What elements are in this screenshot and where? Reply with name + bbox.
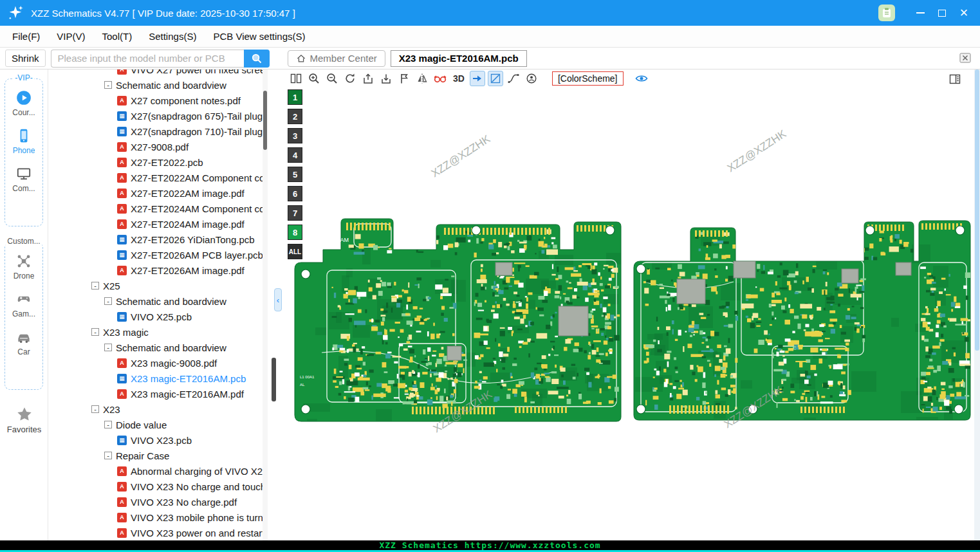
collapse-minus-icon[interactable]: - bbox=[91, 328, 99, 336]
layer-button-3[interactable]: 3 bbox=[288, 128, 302, 143]
flag-icon[interactable] bbox=[396, 71, 412, 86]
maximize-button[interactable] bbox=[931, 4, 953, 22]
collapse-minus-icon[interactable]: - bbox=[104, 344, 112, 351]
layer-button-6[interactable]: 6 bbox=[288, 186, 302, 201]
tree-item[interactable]: AX27-ET2022AM Component cor bbox=[49, 170, 263, 185]
tree-folder[interactable]: -Diode value bbox=[49, 417, 263, 432]
close-button[interactable]: × bbox=[953, 4, 975, 22]
minimize-button[interactable] bbox=[909, 4, 931, 22]
tree-item[interactable]: ▦X27-ET2026AM PCB layer.pcb bbox=[49, 247, 263, 262]
3d-view-button[interactable]: 3D bbox=[450, 73, 467, 84]
collapse-minus-icon[interactable]: - bbox=[104, 81, 112, 89]
mirror-flip-icon[interactable] bbox=[414, 71, 430, 86]
viewer-scrollbar[interactable] bbox=[974, 69, 980, 540]
sidebar-item-label: Cour... bbox=[12, 108, 35, 117]
tree-item[interactable]: AX27 component notes.pdf bbox=[49, 93, 263, 108]
sidebar-item-car[interactable]: Car bbox=[5, 329, 42, 356]
member-center-button[interactable]: Member Center bbox=[288, 50, 385, 67]
eye-icon[interactable] bbox=[634, 71, 649, 86]
vip-section: -VIP- Cour... Phone Com... bbox=[5, 78, 43, 226]
tree-folder[interactable]: -X25 bbox=[49, 278, 263, 293]
tab-active-pcb[interactable]: X23 magic-ET2016AM.pcb bbox=[391, 50, 527, 67]
splitter-scrollbar-thumb[interactable] bbox=[272, 358, 276, 401]
menu-item[interactable]: PCB View settings(S) bbox=[205, 27, 313, 46]
search-button[interactable] bbox=[244, 50, 270, 68]
sidebar-item-computer[interactable]: Com... bbox=[5, 165, 42, 193]
flip-side-icon[interactable] bbox=[432, 71, 448, 86]
tree-item[interactable]: AVIVO X27 power on fixed screen bbox=[49, 69, 263, 77]
diagonal-measure-icon[interactable] bbox=[488, 71, 503, 86]
layer-button-7[interactable]: 7 bbox=[288, 205, 302, 221]
clipboard-icon[interactable] bbox=[878, 5, 895, 21]
tree-folder[interactable]: -Schematic and boardview bbox=[49, 340, 263, 355]
sidebar-item-course[interactable]: Cour... bbox=[5, 89, 42, 117]
tree-item[interactable]: ▦X27-ET2026 YiDianTong.pcb bbox=[49, 232, 263, 247]
tree-item-label: X27-ET2026AM PCB layer.pcb bbox=[131, 250, 263, 261]
zoom-out-icon[interactable] bbox=[324, 71, 340, 86]
layer-button-4[interactable]: 4 bbox=[288, 147, 302, 163]
layer-button-5[interactable]: 5 bbox=[288, 167, 302, 182]
computer-icon bbox=[15, 165, 32, 182]
layer-button-8[interactable]: 8 bbox=[288, 225, 302, 240]
tree-folder[interactable]: -X23 magic bbox=[49, 324, 263, 340]
shrink-button[interactable]: Shrink bbox=[5, 50, 46, 67]
sidebar-item-drone[interactable]: Drone bbox=[5, 253, 42, 281]
collapse-minus-icon[interactable]: - bbox=[104, 452, 112, 459]
tree-item[interactable]: AVIVO X23 mobile phone is turne bbox=[49, 510, 263, 525]
sidebar-item-favorites[interactable]: Favorites bbox=[0, 405, 48, 434]
tree-item[interactable]: AX27-ET2022.pcb bbox=[49, 154, 263, 170]
collapse-tree-chevron[interactable]: ‹ bbox=[274, 288, 282, 311]
tree-folder[interactable]: -Schematic and boardview bbox=[49, 77, 263, 93]
export-board-icon[interactable] bbox=[360, 71, 376, 86]
tree-folder[interactable]: -Schematic and boardview bbox=[49, 293, 263, 309]
tree-item[interactable]: AX27-ET2024AM Component cor bbox=[49, 201, 263, 216]
tree-item[interactable]: ▦VIVO X25.pcb bbox=[49, 309, 263, 324]
layer-button-2[interactable]: 2 bbox=[288, 109, 302, 124]
search-input[interactable] bbox=[51, 50, 244, 68]
panel-splitter[interactable]: ‹ bbox=[268, 69, 283, 540]
tree-item[interactable]: AAbnormal charging of VIVO X23 bbox=[49, 463, 263, 479]
collapse-minus-icon[interactable]: - bbox=[91, 282, 99, 290]
tree-folder[interactable]: -X23 bbox=[49, 401, 263, 417]
viewer-scrollbar-thumb[interactable] bbox=[975, 69, 979, 351]
tree-item[interactable]: ▦VIVO X23.pcb bbox=[49, 432, 263, 448]
tree-item[interactable]: AX27-ET2022AM image.pdf bbox=[49, 185, 263, 201]
pcb-board-canvas[interactable]: ET2016AML1 00A1ALXZZ@XZZHKXZZ@XZZHKXZZ@X… bbox=[283, 69, 974, 540]
pcb-viewer: ET2016AML1 00A1ALXZZ@XZZHKXZZ@XZZHKXZZ@X… bbox=[283, 69, 974, 540]
close-tab-icon[interactable] bbox=[959, 53, 971, 66]
layer-button-all[interactable]: ALL bbox=[288, 244, 302, 259]
tree-item[interactable]: AX23 magic-ET2016AM.pdf bbox=[49, 386, 263, 401]
tree-item[interactable]: AX27-ET2024AM image.pdf bbox=[49, 216, 263, 232]
tree-item[interactable]: AVIVO X23 power on and restart bbox=[49, 525, 263, 540]
menu-item[interactable]: File(F) bbox=[4, 27, 48, 46]
tree-item[interactable]: ▦X27(snapdragon 675)-Tail plug bbox=[49, 108, 263, 124]
sidebar-item-phone[interactable]: Phone bbox=[5, 127, 42, 155]
tree-item[interactable]: AX23 magic-9008.pdf bbox=[49, 355, 263, 371]
tree-scrollbar[interactable] bbox=[263, 69, 268, 540]
import-board-icon[interactable] bbox=[378, 71, 394, 86]
tree-item[interactable]: AVIVO X23 No charge and touch bbox=[49, 479, 263, 494]
menu-item[interactable]: Settings(S) bbox=[140, 27, 205, 46]
user-circle-icon[interactable] bbox=[524, 71, 539, 86]
tree-item[interactable]: ▦X27(snapdragon 710)-Tail plug bbox=[49, 124, 263, 139]
collapse-minus-icon[interactable]: - bbox=[104, 297, 112, 305]
tree-folder[interactable]: -Repair Case bbox=[49, 448, 263, 463]
layer-button-1[interactable]: 1 bbox=[288, 89, 302, 105]
tree-item[interactable]: AVIVO X23 No charge.pdf bbox=[49, 494, 263, 510]
menu-item[interactable]: Tool(T) bbox=[94, 27, 141, 46]
menu-item[interactable]: VIP(V) bbox=[48, 27, 93, 46]
tree-scrollbar-thumb[interactable] bbox=[263, 91, 267, 150]
tree-item[interactable]: AX27-ET2026AM image.pdf bbox=[49, 262, 263, 278]
colorscheme-button[interactable]: [ColorScheme] bbox=[552, 71, 624, 86]
tree-item[interactable]: ▦X23 magic-ET2016AM.pcb bbox=[49, 371, 263, 386]
collapse-minus-icon[interactable]: - bbox=[91, 405, 99, 413]
jump-arrow-icon[interactable] bbox=[470, 71, 485, 86]
tree-item[interactable]: AX27-9008.pdf bbox=[49, 139, 263, 154]
collapse-minus-icon[interactable]: - bbox=[104, 421, 112, 428]
refresh-icon[interactable] bbox=[342, 71, 358, 86]
curve-tool-icon[interactable] bbox=[506, 71, 521, 86]
sidebar-item-game[interactable]: Gam... bbox=[5, 291, 42, 318]
split-view-icon[interactable] bbox=[288, 71, 304, 86]
layers-panel-icon[interactable] bbox=[947, 71, 963, 87]
zoom-in-icon[interactable] bbox=[306, 71, 322, 86]
